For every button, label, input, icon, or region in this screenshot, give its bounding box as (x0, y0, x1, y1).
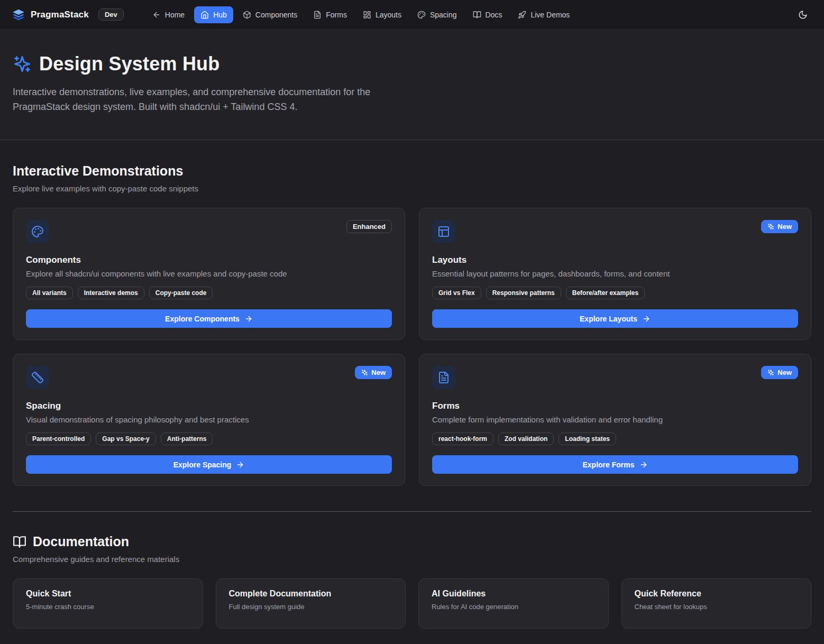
feature-tag: Responsive patterns (486, 287, 561, 299)
explore-button-label: Explore Spacing (173, 461, 232, 469)
package-icon (243, 11, 251, 19)
demo-card-components: EnhancedComponentsExplore all shadcn/ui … (13, 208, 405, 340)
status-badge-label: Enhanced (353, 223, 386, 231)
sparkles-icon (361, 369, 368, 376)
doc-card-complete-documentation[interactable]: Complete DocumentationFull design system… (216, 578, 406, 629)
demos-heading: Interactive Demonstrations (13, 163, 811, 179)
nav-item-live-demos[interactable]: Live Demos (511, 6, 576, 23)
card-description: Visual demonstrations of spacing philoso… (26, 415, 392, 424)
nav-item-label: Hub (213, 11, 227, 19)
explore-button-label: Explore Components (165, 315, 240, 323)
env-badge: Dev (98, 8, 124, 21)
card-description: Complete form implementations with valid… (432, 415, 798, 424)
section-divider (13, 511, 811, 512)
demo-card-forms: NewFormsComplete form implementations wi… (419, 354, 811, 486)
doc-cards-grid: Quick Start5-minute crash courseComplete… (13, 578, 811, 629)
layout-grid-icon (363, 11, 371, 19)
doc-card-title: Quick Start (26, 589, 190, 599)
status-badge: Enhanced (346, 220, 392, 233)
status-badge-label: New (777, 369, 792, 376)
panels-top-left-icon (432, 220, 455, 243)
doc-card-quick-reference[interactable]: Quick ReferenceCheat sheet for lookups (621, 578, 812, 629)
feature-tag: Grid vs Flex (432, 287, 481, 299)
feature-tag: Copy-paste code (149, 287, 213, 299)
sparkles-icon (767, 223, 774, 230)
documentation-heading: Documentation (33, 534, 129, 549)
nav-item-label: Components (255, 11, 297, 19)
card-title: Forms (432, 401, 798, 411)
nav-item-label: Layouts (376, 11, 401, 19)
nav-item-docs[interactable]: Docs (466, 6, 509, 23)
explore-layouts-button[interactable]: Explore Layouts (432, 309, 798, 328)
nav-item-spacing[interactable]: Spacing (411, 6, 463, 23)
card-title: Components (26, 255, 392, 265)
documentation-section: Documentation Comprehensive guides and r… (13, 534, 811, 629)
book-open-icon (13, 535, 26, 549)
doc-card-ai-guidelines[interactable]: AI GuidelinesRules for AI code generatio… (418, 578, 609, 629)
main-nav: HomeHubComponentsFormsLayoutsSpacingDocs… (146, 6, 576, 23)
feature-tag: Before/after examples (566, 287, 645, 299)
file-text-icon (313, 11, 322, 19)
tags-row: Parent-controlledGap vs Space-yAnti-patt… (26, 433, 392, 445)
arrow-right-icon (642, 315, 651, 323)
status-badge: New (761, 366, 798, 379)
nav-item-label: Home (165, 11, 185, 19)
feature-tag: Interactive demos (78, 287, 144, 299)
card-title: Spacing (26, 401, 392, 411)
main-content: Interactive Demonstrations Explore live … (0, 163, 824, 629)
file-text-icon (432, 366, 455, 389)
tags-row: All variantsInteractive demosCopy-paste … (26, 287, 392, 299)
nav-item-label: Live Demos (530, 11, 570, 19)
card-title: Layouts (432, 255, 798, 265)
doc-card-title: AI Guidelines (432, 589, 596, 599)
nav-item-hub[interactable]: Hub (194, 6, 233, 23)
explore-button-label: Explore Forms (582, 461, 634, 469)
explore-spacing-button[interactable]: Explore Spacing (26, 455, 392, 474)
nav-item-forms[interactable]: Forms (307, 6, 353, 23)
feature-tag: All variants (26, 287, 73, 299)
nav-item-components[interactable]: Components (236, 6, 304, 23)
layers-icon (12, 8, 25, 22)
doc-card-description: Full design system guide (229, 603, 393, 611)
home-icon (200, 11, 209, 19)
navbar: PragmaStack Dev HomeHubComponentsFormsLa… (0, 0, 824, 30)
nav-item-layouts[interactable]: Layouts (356, 6, 408, 23)
card-description: Explore all shadcn/ui components with li… (26, 269, 392, 278)
ruler-icon (26, 366, 49, 389)
sparkles-icon (13, 54, 32, 73)
doc-card-quick-start[interactable]: Quick Start5-minute crash course (13, 578, 203, 629)
doc-card-description: Cheat sheet for lookups (635, 603, 799, 611)
brand-name: PragmaStack (31, 10, 89, 20)
page-title: Design System Hub (39, 53, 219, 75)
status-badge-label: New (371, 369, 386, 376)
explore-button-label: Explore Layouts (580, 315, 637, 323)
status-badge: New (761, 220, 798, 233)
feature-tag: Zod validation (498, 433, 554, 445)
feature-tag: Loading states (559, 433, 616, 445)
book-open-icon (473, 11, 481, 19)
nav-item-label: Docs (486, 11, 502, 19)
doc-card-description: Rules for AI code generation (432, 603, 596, 611)
explore-forms-button[interactable]: Explore Forms (432, 455, 798, 474)
hero-section: Design System Hub Interactive demonstrat… (0, 30, 824, 140)
tags-row: Grid vs FlexResponsive patternsBefore/af… (432, 287, 798, 299)
status-badge: New (355, 366, 392, 379)
tags-row: react-hook-formZod validationLoading sta… (432, 433, 798, 445)
page-subtitle: Interactive demonstrations, live example… (13, 85, 407, 114)
doc-card-description: 5-minute crash course (26, 603, 190, 611)
feature-tag: Parent-controlled (26, 433, 91, 445)
card-description: Essential layout patterns for pages, das… (432, 269, 798, 278)
demo-card-layouts: NewLayoutsEssential layout patterns for … (419, 208, 811, 340)
palette-icon (417, 11, 426, 19)
explore-components-button[interactable]: Explore Components (26, 309, 392, 328)
arrow-right-icon (639, 461, 648, 469)
demo-cards-grid: EnhancedComponentsExplore all shadcn/ui … (13, 208, 811, 486)
documentation-subheading: Comprehensive guides and reference mater… (13, 555, 811, 564)
feature-tag: Gap vs Space-y (96, 433, 155, 445)
nav-item-home[interactable]: Home (146, 6, 191, 23)
moon-icon (798, 10, 808, 20)
doc-card-title: Quick Reference (635, 589, 799, 599)
theme-toggle-button[interactable] (793, 5, 812, 24)
doc-card-title: Complete Documentation (229, 589, 393, 599)
arrow-right-icon (236, 461, 244, 469)
